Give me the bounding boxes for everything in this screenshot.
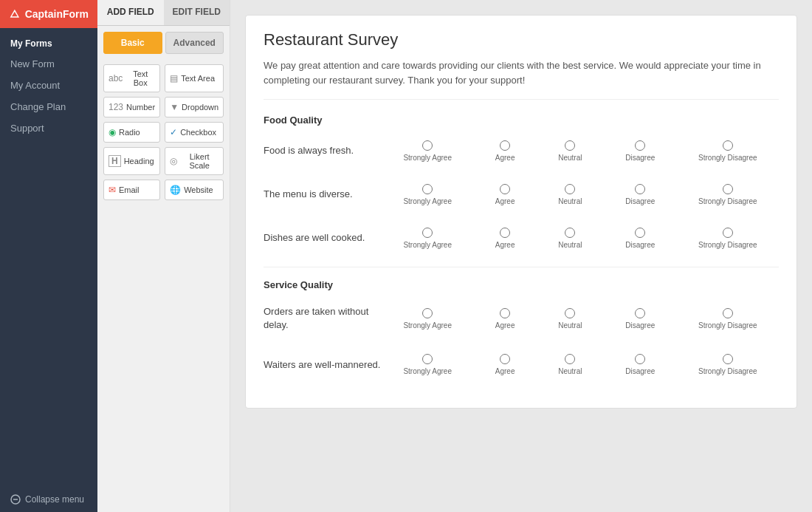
app-logo[interactable]: CaptainForm <box>0 0 97 28</box>
label-strongly-disagree-1: Strongly Disagree <box>698 197 757 205</box>
website-icon: 🌐 <box>170 185 181 195</box>
likert-icon: ◎ <box>170 156 177 166</box>
label-agree-0: Agree <box>495 154 515 162</box>
label-disagree-3: Disagree <box>625 321 655 330</box>
radio-disagree-1[interactable] <box>635 184 645 194</box>
field-label-heading: Heading <box>124 157 154 165</box>
collapse-icon <box>10 494 21 505</box>
collapse-menu-button[interactable]: Collapse menu <box>0 487 97 512</box>
field-btn-checkbox[interactable]: ✓ Checkbox <box>165 122 224 143</box>
likert-option-strongly-disagree-0: Strongly Disagree <box>698 140 757 162</box>
textbox-icon: abc <box>109 73 123 83</box>
field-btn-textarea[interactable]: ▤ Text Area <box>165 64 224 92</box>
toggle-advanced[interactable]: Advanced <box>165 32 224 54</box>
radio-neutral-1[interactable] <box>565 184 575 194</box>
field-label-dropdown: Dropdown <box>182 103 219 112</box>
basic-advanced-toggle: Basic Advanced <box>97 26 230 60</box>
radio-strongly-disagree-4[interactable] <box>723 354 733 364</box>
likert-option-strongly-disagree-4: Strongly Disagree <box>698 354 757 375</box>
field-panel: ADD FIELD EDIT FIELD Basic Advanced abc … <box>97 0 230 512</box>
form-preview: Restaurant Survey We pay great attention… <box>230 0 812 512</box>
label-strongly-disagree-0: Strongly Disagree <box>698 154 757 162</box>
radio-strongly-disagree-2[interactable] <box>723 228 733 238</box>
app-name: CaptainForm <box>25 8 89 20</box>
field-btn-dropdown[interactable]: ▼ Dropdown <box>165 97 224 117</box>
field-label-textbox: Text Box <box>125 69 155 87</box>
label-strongly-agree-1: Strongly Agree <box>403 197 452 205</box>
radio-agree-4[interactable] <box>500 354 510 364</box>
radio-agree-2[interactable] <box>500 228 510 238</box>
likert-option-strongly-disagree-1: Strongly Disagree <box>698 184 757 205</box>
likert-options-0: Strongly Agree Agree Neutral Disagree <box>382 140 779 162</box>
form-container: Restaurant Survey We pay great attention… <box>245 15 797 409</box>
field-btn-email[interactable]: ✉ Email <box>103 180 160 200</box>
likert-option-strongly-agree-0: Strongly Agree <box>403 140 452 162</box>
heading-icon: H <box>109 155 121 167</box>
question-0: Food is always fresh. <box>264 144 382 157</box>
question-4: Waiters are well-mannered. <box>264 358 382 372</box>
radio-neutral-0[interactable] <box>565 140 575 151</box>
sidebar-item-newform[interactable]: New Form <box>0 53 97 75</box>
radio-neutral-4[interactable] <box>565 354 575 364</box>
field-label-email: Email <box>119 185 140 194</box>
field-btn-textbox[interactable]: abc Text Box <box>103 64 160 92</box>
field-btn-radio[interactable]: ◉ Radio <box>103 122 160 143</box>
label-neutral-2: Neutral <box>558 241 582 249</box>
dropdown-icon: ▼ <box>170 102 179 112</box>
label-agree-1: Agree <box>495 197 515 205</box>
likert-option-disagree-1: Disagree <box>625 184 655 205</box>
radio-disagree-4[interactable] <box>635 354 645 364</box>
sidebar-item-support[interactable]: Support <box>0 117 97 139</box>
tab-edit-field[interactable]: EDIT FIELD <box>164 0 230 25</box>
radio-strongly-disagree-1[interactable] <box>723 184 733 194</box>
tab-add-field[interactable]: ADD FIELD <box>97 0 164 25</box>
radio-disagree-3[interactable] <box>635 308 645 318</box>
likert-option-agree-4: Agree <box>495 354 515 375</box>
likert-option-strongly-agree-1: Strongly Agree <box>403 184 452 205</box>
radio-strongly-agree-2[interactable] <box>422 228 433 238</box>
sidebar: CaptainForm My Forms New Form My Account… <box>0 0 97 512</box>
radio-strongly-agree-0[interactable] <box>422 140 433 151</box>
label-disagree-1: Disagree <box>625 197 655 205</box>
radio-strongly-agree-3[interactable] <box>422 308 433 318</box>
radio-strongly-agree-1[interactable] <box>422 184 433 194</box>
radio-disagree-0[interactable] <box>635 140 645 151</box>
label-strongly-agree-0: Strongly Agree <box>403 154 452 162</box>
radio-agree-0[interactable] <box>500 140 510 151</box>
label-strongly-disagree-4: Strongly Disagree <box>698 367 757 375</box>
label-neutral-3: Neutral <box>558 321 582 330</box>
label-neutral-4: Neutral <box>558 367 582 375</box>
likert-row-4: Waiters are well-mannered. Strongly Agre… <box>264 349 779 375</box>
field-label-checkbox: Checkbox <box>180 128 216 137</box>
label-agree-3: Agree <box>495 321 515 330</box>
sidebar-item-changeplan[interactable]: Change Plan <box>0 96 97 117</box>
likert-options-4: Strongly Agree Agree Neutral Disagree <box>382 354 779 375</box>
radio-disagree-2[interactable] <box>635 228 645 238</box>
sidebar-item-myaccount[interactable]: My Account <box>0 75 97 96</box>
label-neutral-0: Neutral <box>558 154 582 162</box>
form-title: Restaurant Survey <box>264 30 779 50</box>
likert-option-disagree-0: Disagree <box>625 140 655 162</box>
radio-strongly-disagree-0[interactable] <box>723 140 733 151</box>
radio-agree-3[interactable] <box>500 308 510 318</box>
field-label-number: Number <box>126 103 155 112</box>
section-divider <box>264 267 779 267</box>
field-btn-likert[interactable]: ◎ Likert Scale <box>165 147 224 175</box>
radio-strongly-disagree-3[interactable] <box>723 308 733 318</box>
radio-strongly-agree-4[interactable] <box>422 354 433 364</box>
likert-option-neutral-0: Neutral <box>558 140 582 162</box>
likert-option-agree-3: Agree <box>495 308 515 330</box>
radio-agree-1[interactable] <box>500 184 510 194</box>
radio-neutral-3[interactable] <box>565 308 575 318</box>
likert-option-strongly-disagree-2: Strongly Disagree <box>698 228 757 249</box>
toggle-basic[interactable]: Basic <box>103 32 162 54</box>
radio-neutral-2[interactable] <box>565 228 575 238</box>
likert-option-strongly-agree-2: Strongly Agree <box>403 228 452 249</box>
field-btn-number[interactable]: 123 Number <box>103 97 160 117</box>
radio-icon: ◉ <box>109 127 116 137</box>
likert-option-strongly-agree-4: Strongly Agree <box>403 354 452 375</box>
field-btn-website[interactable]: 🌐 Website <box>165 180 224 200</box>
label-strongly-disagree-2: Strongly Disagree <box>698 241 757 249</box>
field-btn-heading[interactable]: H Heading <box>103 147 160 175</box>
section-title-food: Food Quality <box>264 115 779 126</box>
